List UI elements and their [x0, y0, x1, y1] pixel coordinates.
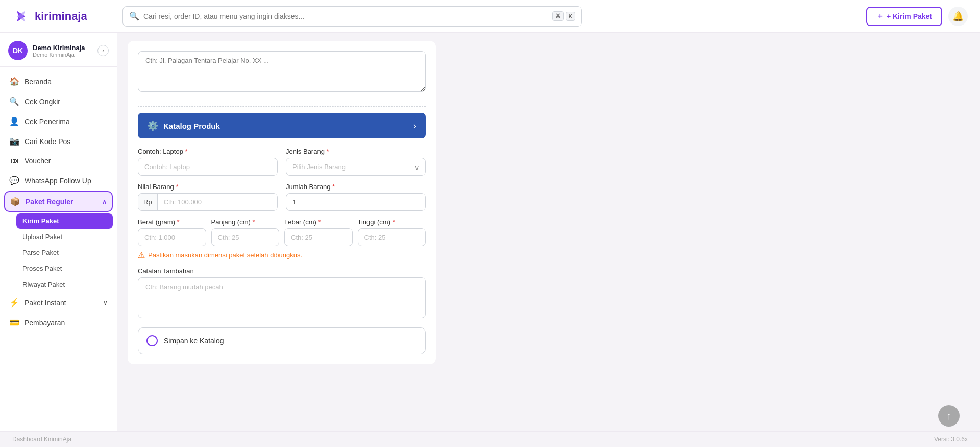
- sidebar-item-cek-penerima[interactable]: 👤 Cek Penerima: [4, 112, 113, 131]
- footer-right: Versi: 3.0.6x: [934, 436, 968, 443]
- sidebar-item-label: Pembayaran: [24, 319, 65, 327]
- catatan-group: Catatan Tambahan: [138, 267, 426, 320]
- sidebar-item-cek-ongkir[interactable]: 🔍 Cek Ongkir: [4, 92, 113, 111]
- form-group-tinggi: Tinggi (cm) *: [358, 218, 426, 246]
- input-lebar[interactable]: [284, 228, 353, 246]
- camera-icon: 📷: [9, 136, 19, 146]
- input-nilai-wrap: Rp: [138, 193, 278, 211]
- sidebar-item-paket-reguler[interactable]: 📦 Paket Reguler ∧: [4, 191, 113, 212]
- label-contoh: Contoh: Laptop *: [138, 148, 278, 155]
- search-ongkir-icon: 🔍: [9, 97, 19, 106]
- catatan-label: Catatan Tambahan: [138, 267, 426, 275]
- label-nilai: Nilai Barang *: [138, 183, 278, 191]
- avatar: DK: [8, 41, 28, 60]
- form-row-1: Contoh: Laptop * Jenis Barang *: [138, 148, 426, 176]
- sidebar-item-label: Beranda: [24, 78, 52, 86]
- sidebar-item-whatsapp-follow-up[interactable]: 💬 WhatsApp Follow Up: [4, 171, 113, 190]
- label-jumlah: Jumlah Barang *: [286, 183, 426, 191]
- form-row-dim: Berat (gram) * Panjang (cm) *: [138, 218, 426, 246]
- sidebar-item-label: Paket Instant: [24, 299, 66, 307]
- form-group-panjang: Panjang (cm) *: [211, 218, 280, 246]
- sidebar-item-parse-paket[interactable]: Parse Paket: [16, 245, 113, 261]
- layout: DK Demo Kiriminaja Demo KiriminAja ‹ 🏠 B…: [0, 33, 980, 431]
- user-info: Demo Kiriminaja Demo KiriminAja: [33, 44, 85, 58]
- label-tinggi: Tinggi (cm) *: [358, 218, 426, 226]
- voucher-icon: 🎟: [9, 156, 19, 166]
- search-bar[interactable]: 🔍 ⌘ K: [122, 6, 582, 27]
- label-panjang: Panjang (cm) *: [211, 218, 280, 226]
- form-group-nilai: Nilai Barang * Rp: [138, 183, 278, 211]
- simpan-katalog-row[interactable]: Simpan ke Katalog: [138, 327, 426, 354]
- warning-text: Pastikan masukan dimensi paket setelah d…: [148, 251, 302, 259]
- plus-icon: ＋: [876, 12, 884, 21]
- katalog-chevron-icon: ›: [413, 121, 416, 131]
- form-group-jumlah: Jumlah Barang *: [286, 183, 426, 211]
- sidebar-nav: 🏠 Beranda 🔍 Cek Ongkir 👤 Cek Penerima 📷 …: [0, 67, 117, 337]
- sidebar-item-kirim-paket[interactable]: Kirim Paket: [16, 213, 113, 229]
- sidebar-item-upload-paket[interactable]: Upload Paket: [16, 229, 113, 245]
- katalog-title: Katalog Produk: [163, 122, 408, 130]
- footer-left: Dashboard KiriminAja: [12, 436, 71, 443]
- logo: kiriminaja: [12, 7, 114, 26]
- sidebar: DK Demo Kiriminaja Demo KiriminAja ‹ 🏠 B…: [0, 33, 117, 431]
- form-group-lebar: Lebar (cm) *: [284, 218, 353, 246]
- input-nilai[interactable]: [158, 194, 277, 210]
- sidebar-item-label: Cek Ongkir: [24, 98, 60, 106]
- warning-icon: ⚠: [138, 250, 145, 260]
- input-tinggi[interactable]: [358, 228, 426, 246]
- simpan-label: Simpan ke Katalog: [164, 337, 224, 345]
- sidebar-item-label: Voucher: [24, 157, 51, 165]
- label-berat: Berat (gram) *: [138, 218, 206, 226]
- label-jenis: Jenis Barang *: [286, 148, 426, 155]
- search-kbd: ⌘ K: [552, 11, 575, 21]
- paket-reguler-submenu: Kirim Paket Upload Paket Parse Paket Pro…: [4, 213, 113, 292]
- sidebar-item-paket-instant[interactable]: ⚡ Paket Instant ∨: [4, 293, 113, 312]
- kirim-paket-button[interactable]: ＋ + Kirim Paket: [866, 7, 942, 26]
- person-icon: 👤: [9, 116, 19, 126]
- sidebar-item-cari-kode-pos[interactable]: 📷 Cari Kode Pos: [4, 132, 113, 151]
- sidebar-item-riwayat-paket[interactable]: Riwayat Paket: [16, 276, 113, 292]
- chevron-left-icon: ‹: [102, 48, 104, 54]
- select-jenis[interactable]: Pilih Jenis Barang: [286, 158, 426, 176]
- input-contoh[interactable]: [138, 158, 278, 176]
- select-jenis-wrap: Pilih Jenis Barang ∨: [286, 158, 426, 176]
- logo-text: kiriminaja: [35, 10, 87, 23]
- sidebar-user: DK Demo Kiriminaja Demo KiriminAja ‹: [0, 33, 117, 67]
- whatsapp-icon: 💬: [9, 176, 19, 185]
- user-name: Demo Kiriminaja: [33, 44, 85, 52]
- form-row-2: Nilai Barang * Rp Jumlah Barang: [138, 183, 426, 211]
- katalog-icon: ⚙️: [147, 120, 158, 131]
- notification-button[interactable]: 🔔: [948, 7, 968, 26]
- search-input[interactable]: [143, 12, 548, 20]
- sidebar-item-label: Cek Penerima: [24, 117, 70, 126]
- footer: Dashboard KiriminAja Versi: 3.0.6x: [0, 431, 980, 447]
- sidebar-item-label: WhatsApp Follow Up: [24, 177, 91, 185]
- right-panel: [444, 33, 980, 372]
- home-icon: 🏠: [9, 77, 19, 86]
- input-panjang[interactable]: [211, 228, 280, 246]
- catatan-textarea[interactable]: [138, 277, 426, 318]
- sidebar-item-beranda[interactable]: 🏠 Beranda: [4, 72, 113, 91]
- input-jumlah[interactable]: [286, 193, 426, 211]
- navbar-right: ＋ + Kirim Paket 🔔: [866, 7, 968, 26]
- sidebar-item-label: Paket Reguler: [26, 198, 73, 206]
- search-icon: 🔍: [129, 11, 139, 21]
- form-group-jenis: Jenis Barang * Pilih Jenis Barang ∨: [286, 148, 426, 176]
- chevron-up-icon: ∧: [102, 198, 107, 205]
- address-textarea[interactable]: [138, 51, 426, 92]
- katalog-produk-header[interactable]: ⚙️ Katalog Produk ›: [138, 113, 426, 138]
- form-group-contoh: Contoh: Laptop *: [138, 148, 278, 176]
- sidebar-collapse-button[interactable]: ‹: [97, 45, 109, 56]
- form-panel: ⚙️ Katalog Produk › Contoh: Laptop *: [128, 41, 436, 364]
- warning-row: ⚠ Pastikan masukan dimensi paket setelah…: [138, 250, 426, 260]
- kbd-k: K: [566, 12, 575, 21]
- divider: [138, 106, 426, 107]
- simpan-checkbox[interactable]: [146, 335, 158, 346]
- package-icon: 📦: [10, 197, 20, 206]
- sidebar-item-proses-paket[interactable]: Proses Paket: [16, 261, 113, 276]
- scroll-up-button[interactable]: ↑: [938, 405, 960, 427]
- input-berat[interactable]: [138, 228, 206, 246]
- bell-icon: 🔔: [952, 11, 964, 22]
- sidebar-item-pembayaran[interactable]: 💳 Pembayaran: [4, 313, 113, 332]
- sidebar-item-voucher[interactable]: 🎟 Voucher: [4, 152, 113, 170]
